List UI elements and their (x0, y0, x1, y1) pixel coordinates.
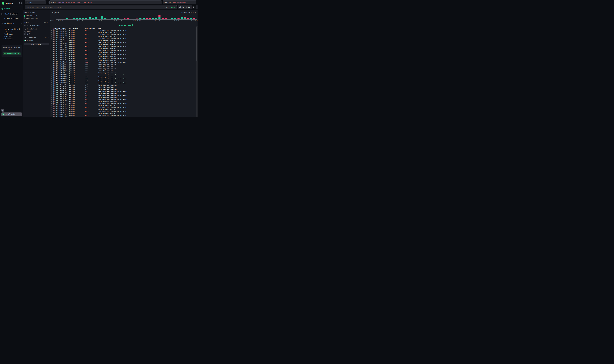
table-row[interactable]: May 15 1:40:38.462 PM payment info Charg… (50, 96, 197, 98)
results-histogram[interactable]: 12 0 May 15 1:32:00 PM1:33:45 PM1:35:15 … (50, 13, 197, 22)
histogram-bar[interactable] (111, 18, 113, 19)
histogram-bar[interactable] (152, 18, 154, 19)
checkbox[interactable] (25, 39, 26, 41)
row-expand-chevron-icon[interactable] (50, 100, 53, 102)
histogram-bar[interactable] (114, 18, 116, 19)
row-expand-chevron-icon[interactable] (50, 40, 53, 41)
table-row[interactable]: May 15 1:42:43.336 PM payment info Charg… (50, 35, 197, 37)
checkbox[interactable] (25, 25, 26, 26)
histogram-bar[interactable] (82, 18, 84, 19)
row-expand-chevron-icon[interactable] (50, 113, 53, 114)
table-row[interactable]: May 15 1:41:30.283 PM payment error Visa… (50, 74, 197, 76)
histogram-bar[interactable] (101, 16, 103, 19)
histogram-bar[interactable] (105, 18, 106, 19)
row-expand-chevron-icon[interactable] (50, 70, 53, 72)
row-expand-chevron-icon[interactable] (50, 102, 53, 104)
sidebar-item-client-sessions[interactable]: Client Sessions (0, 16, 23, 21)
row-expand-chevron-icon[interactable] (50, 92, 53, 94)
source-select[interactable]: Logs (25, 0, 46, 4)
row-expand-chevron-icon[interactable] (50, 48, 53, 49)
table-row[interactable]: May 15 1:42:27.131 PM payment error Visa… (50, 41, 197, 43)
histogram-bar[interactable] (190, 18, 192, 19)
row-expand-chevron-icon[interactable] (50, 98, 53, 100)
sql-columns-input[interactable]: SELECT Timestamp, ServiceName, SeverityT… (49, 0, 162, 4)
tab-results-table[interactable]: Results Table (25, 15, 49, 17)
row-expand-chevron-icon[interactable] (50, 38, 53, 39)
sidebar-item-dashboards[interactable]: Dashboards (0, 21, 23, 25)
table-row[interactable]: May 15 1:41:47.823 PM payment info Trans… (50, 70, 197, 72)
histogram-bar[interactable] (158, 15, 160, 19)
preset-services[interactable]: Services (0, 35, 23, 38)
histogram-bar[interactable] (89, 17, 91, 19)
get-started-button[interactable]: Get Started for Free (3, 52, 21, 55)
row-expand-chevron-icon[interactable] (50, 76, 53, 78)
row-expand-chevron-icon[interactable] (50, 52, 53, 53)
source-settings-gear-icon[interactable] (47, 1, 49, 3)
order-by-input[interactable]: ORDER BY TimestampTime DESC (163, 0, 196, 4)
row-expand-chevron-icon[interactable] (50, 117, 53, 117)
help-button[interactable]: ? (1, 109, 4, 112)
table-row[interactable]: May 15 1:40:38.466 PM payment error Visa… (50, 94, 197, 96)
histogram-bar[interactable] (124, 18, 126, 19)
tab-event-patterns[interactable]: Event Patterns (25, 17, 49, 19)
histogram-bar[interactable] (178, 18, 180, 19)
table-row[interactable]: May 15 1:41:25.370 PM payment info Charg… (50, 80, 197, 82)
presets-toggle[interactable]: PRESETS (0, 30, 23, 33)
histogram-bar[interactable] (184, 17, 186, 19)
table-row[interactable]: May 15 1:42:13.055 PM payment error Visa… (50, 45, 197, 48)
table-scrollbar-thumb[interactable] (196, 27, 197, 61)
table-row[interactable]: May 15 1:40:24.219 PM payment error Visa… (50, 102, 197, 104)
row-expand-chevron-icon[interactable] (50, 60, 53, 61)
preset-clickhouse[interactable]: Clickhouse (0, 33, 23, 35)
table-row[interactable]: May 15 1:40:44.546 PM payment info Charg… (50, 92, 197, 94)
row-expand-chevron-icon[interactable] (50, 58, 53, 59)
table-row[interactable]: May 15 1:40:44.563 PM payment error Visa… (50, 90, 197, 92)
table-row[interactable]: May 15 1:40:26.445 PM payment error Visa… (50, 98, 197, 100)
row-expand-chevron-icon[interactable] (50, 29, 53, 31)
row-expand-chevron-icon[interactable] (50, 94, 53, 96)
table-row[interactable]: May 15 1:40:10.601 PM payment error Visa… (50, 110, 197, 112)
row-expand-chevron-icon[interactable] (50, 104, 53, 106)
table-row[interactable]: May 15 1:42:04.376 PM payment info Charg… (50, 55, 197, 58)
table-scrollbar[interactable] (196, 26, 197, 117)
run-query-button[interactable] (192, 5, 196, 9)
row-expand-chevron-icon[interactable] (50, 68, 53, 69)
mode-sql-label[interactable]: SQL (166, 6, 168, 8)
row-expand-chevron-icon[interactable] (50, 86, 53, 88)
histogram-bar[interactable] (181, 17, 183, 19)
column-header-severitytext[interactable]: SeverityText (85, 27, 98, 29)
table-row[interactable]: May 15 1:40:24.214 PM payment info Charg… (50, 104, 197, 106)
table-row[interactable]: May 15 1:42:01.824 PM payment error Visa… (50, 58, 197, 60)
table-row[interactable]: May 15 1:42:43.360 PM payment error Visa… (50, 33, 197, 35)
table-row[interactable]: May 15 1:40:14.511 PM payment error Visa… (50, 106, 197, 108)
table-row[interactable]: May 15 1:41:53.274 PM payment info Trans… (50, 66, 197, 68)
table-row[interactable]: May 15 1:42:05.460 PM payment error Visa… (50, 50, 197, 52)
row-expand-chevron-icon[interactable] (50, 50, 53, 51)
histogram-bar[interactable] (193, 18, 196, 19)
row-expand-chevron-icon[interactable] (50, 84, 53, 86)
table-row[interactable]: May 15 1:41:47.766 PM payment info Charg… (50, 72, 197, 74)
row-expand-chevron-icon[interactable] (50, 96, 53, 98)
row-expand-chevron-icon[interactable] (50, 90, 53, 92)
row-expand-chevron-icon[interactable] (50, 74, 53, 76)
table-row[interactable]: May 15 1:42:36.188 PM payment error Visa… (50, 37, 197, 39)
table-row[interactable]: May 15 1:41:25.373 PM payment error Visa… (50, 78, 197, 80)
row-expand-chevron-icon[interactable] (50, 66, 53, 67)
table-row[interactable]: May 15 1:42:50.843 PM payment error Visa… (50, 29, 197, 31)
table-row[interactable]: May 15 1:41:21.678 PM payment error Visa… (50, 82, 197, 84)
search-input[interactable]: Search your events w/ Lucene ex. column:… (25, 5, 177, 9)
histogram-bar[interactable] (165, 18, 167, 19)
histogram-bar[interactable] (117, 18, 119, 19)
row-expand-chevron-icon[interactable] (50, 80, 53, 82)
table-row[interactable]: May 15 1:42:50.834 PM payment info Charg… (50, 31, 197, 33)
column-resize-handle[interactable]: ⋮ (84, 27, 85, 29)
table-row[interactable]: May 15 1:42:01.814 PM payment info Charg… (50, 60, 197, 62)
table-row[interactable]: May 15 1:42:13.019 PM payment info Charg… (50, 48, 197, 50)
checkbox[interactable] (25, 31, 26, 32)
histogram-bar[interactable] (149, 18, 151, 19)
table-row[interactable]: May 15 1:41:53.260 PM payment info Charg… (50, 68, 197, 70)
row-expand-chevron-icon[interactable] (50, 44, 53, 45)
column-header-servicename[interactable]: ServiceName (69, 27, 85, 29)
table-row[interactable]: May 15 1:41:57.178 PM payment info Charg… (50, 64, 197, 66)
histogram-bar[interactable] (79, 18, 81, 19)
